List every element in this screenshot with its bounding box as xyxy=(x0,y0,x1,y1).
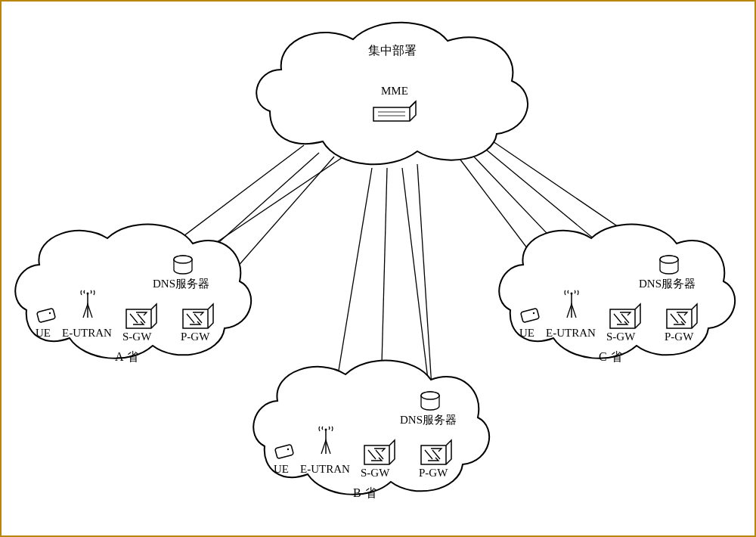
province-c-name: C 省 xyxy=(599,349,622,365)
eutran-antenna-icon xyxy=(317,425,335,455)
ue-icon xyxy=(274,444,295,461)
top-cloud-title: 集中部署 xyxy=(368,43,417,59)
sgw-b-label: S-GW xyxy=(361,467,389,480)
switch-icon xyxy=(179,300,217,331)
svg-point-36 xyxy=(421,392,439,399)
svg-point-26 xyxy=(49,312,51,314)
dns-a-label: DNS服务器 xyxy=(153,277,209,291)
ue-icon xyxy=(519,308,541,324)
switch-icon xyxy=(663,300,701,331)
svg-point-30 xyxy=(174,256,192,263)
province-c-cloud xyxy=(497,213,739,372)
eutran-b-label: E-UTRAN xyxy=(300,463,350,476)
svg-rect-37 xyxy=(521,308,540,322)
switch-icon xyxy=(122,300,160,331)
svg-rect-25 xyxy=(37,308,56,322)
province-b-name: B 省 xyxy=(353,486,376,501)
province-a-name: A 省 xyxy=(115,349,138,365)
svg-rect-31 xyxy=(275,444,294,458)
svg-point-32 xyxy=(287,449,289,450)
dns-server-icon xyxy=(419,391,442,412)
sgw-c-label: S-GW xyxy=(606,331,635,343)
svg-point-42 xyxy=(660,256,678,263)
pgw-a-label: P-GW xyxy=(181,331,209,343)
dns-b-label: DNS服务器 xyxy=(400,413,457,427)
switch-icon xyxy=(606,300,644,331)
eutran-c-label: E-UTRAN xyxy=(546,327,596,340)
sgw-a-label: S-GW xyxy=(122,331,151,343)
ue-b-label: UE xyxy=(274,463,289,476)
dns-server-icon xyxy=(172,255,194,276)
dns-c-label: DNS服务器 xyxy=(639,277,696,291)
ue-a-label: UE xyxy=(36,327,51,340)
dns-server-icon xyxy=(658,255,680,276)
switch-icon xyxy=(361,436,398,467)
eutran-antenna-icon xyxy=(562,289,581,319)
svg-point-38 xyxy=(533,312,534,314)
province-a-cloud xyxy=(13,213,255,372)
mme-label: MME xyxy=(381,85,408,98)
pgw-c-label: P-GW xyxy=(665,331,693,343)
ue-icon xyxy=(36,308,57,324)
pgw-b-label: P-GW xyxy=(419,467,448,480)
switch-icon xyxy=(417,436,455,467)
mme-device-icon xyxy=(372,100,417,123)
province-b-cloud xyxy=(251,349,493,508)
eutran-a-label: E-UTRAN xyxy=(62,327,112,340)
ue-c-label: UE xyxy=(519,327,534,340)
eutran-antenna-icon xyxy=(79,289,97,319)
